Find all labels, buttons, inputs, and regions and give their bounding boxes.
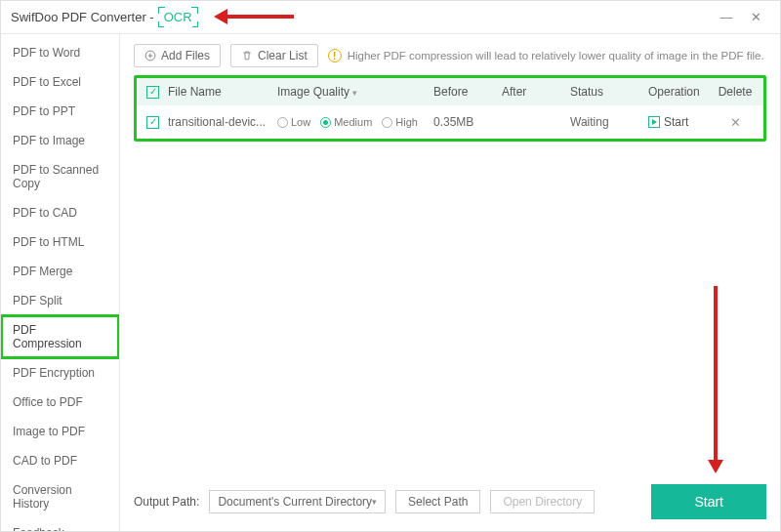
sidebar-item-pdf-split[interactable]: PDF Split	[1, 286, 119, 315]
table-row: ✓ transitional-devic... Low Medium High …	[137, 105, 763, 139]
notice-text: Higher PDF compression will lead to rela…	[348, 50, 764, 61]
footer: Output Path: Document's Current Director…	[134, 474, 766, 519]
sidebar-item-feedback[interactable]: Feedback	[1, 518, 119, 531]
trash-icon	[241, 50, 253, 61]
output-path-label: Output Path:	[134, 495, 199, 509]
row-start-button[interactable]: Start	[648, 115, 709, 129]
sidebar-item-pdf-merge[interactable]: PDF Merge	[1, 257, 119, 286]
sidebar: PDF to Word PDF to Excel PDF to PPT PDF …	[1, 34, 120, 531]
app-title: SwifDoo PDF Converter -	[11, 10, 154, 24]
main-panel: Add Files Clear List ! Higher PDF compre…	[120, 34, 780, 531]
header-delete[interactable]: Delete	[713, 85, 758, 99]
sidebar-item-pdf-to-ppt[interactable]: PDF to PPT	[1, 97, 119, 126]
sidebar-item-pdf-to-word[interactable]: PDF to Word	[1, 38, 119, 67]
start-button[interactable]: Start	[651, 484, 766, 519]
file-table: ✓ File Name Image Quality▾ Before After …	[134, 75, 766, 142]
row-before: 0.35MB	[430, 115, 498, 129]
ocr-tag[interactable]: OCR	[160, 9, 196, 25]
row-file-name: transitional-devic...	[164, 115, 273, 129]
sidebar-item-pdf-to-cad[interactable]: PDF to CAD	[1, 198, 119, 227]
sidebar-item-pdf-to-html[interactable]: PDF to HTML	[1, 227, 119, 257]
sidebar-item-pdf-to-image[interactable]: PDF to Image	[1, 126, 119, 155]
select-all-checkbox[interactable]: ✓	[146, 86, 159, 99]
minimize-button[interactable]: —	[712, 10, 741, 24]
clear-list-label: Clear List	[258, 49, 308, 62]
sort-caret-icon: ▾	[352, 88, 357, 98]
close-button[interactable]: ✕	[741, 10, 770, 24]
sidebar-item-cad-to-pdf[interactable]: CAD to PDF	[1, 446, 119, 475]
compression-notice: ! Higher PDF compression will lead to re…	[328, 49, 764, 62]
quality-medium-radio[interactable]: Medium	[320, 116, 372, 128]
sidebar-item-image-to-pdf[interactable]: Image to PDF	[1, 417, 119, 446]
header-file-name[interactable]: File Name	[164, 85, 273, 99]
warning-icon: !	[328, 49, 342, 62]
header-after[interactable]: After	[498, 85, 566, 99]
clear-list-button[interactable]: Clear List	[230, 44, 318, 67]
add-files-label: Add Files	[161, 49, 210, 62]
sidebar-item-pdf-encryption[interactable]: PDF Encryption	[1, 358, 119, 388]
open-directory-button[interactable]: Open Directory	[490, 490, 595, 513]
sidebar-item-conversion-history[interactable]: Conversion History	[1, 475, 119, 518]
quality-high-radio[interactable]: High	[382, 116, 418, 128]
titlebar: SwifDoo PDF Converter - OCR — ✕	[1, 1, 780, 34]
toolbar: Add Files Clear List ! Higher PDF compre…	[134, 44, 766, 67]
row-checkbox[interactable]: ✓	[146, 116, 159, 129]
header-image-quality[interactable]: Image Quality▾	[273, 85, 430, 99]
sidebar-item-pdf-to-excel[interactable]: PDF to Excel	[1, 67, 119, 97]
chevron-down-icon: ▾	[372, 497, 377, 507]
add-files-button[interactable]: Add Files	[134, 44, 221, 67]
ocr-tag-label: OCR	[164, 10, 192, 24]
select-path-button[interactable]: Select Path	[395, 490, 480, 513]
row-status: Waiting	[566, 115, 644, 129]
sidebar-item-pdf-to-scanned-copy[interactable]: PDF to Scanned Copy	[1, 155, 119, 198]
output-path-value: Document's Current Directory	[218, 495, 372, 509]
play-icon	[648, 116, 660, 128]
table-header-row: ✓ File Name Image Quality▾ Before After …	[137, 78, 763, 105]
output-path-dropdown[interactable]: Document's Current Directory ▾	[209, 490, 386, 513]
row-delete-button[interactable]: ✕	[730, 115, 741, 130]
sidebar-item-pdf-compression[interactable]: PDF Compression	[1, 315, 119, 358]
sidebar-item-office-to-pdf[interactable]: Office to PDF	[1, 388, 119, 417]
plus-circle-icon	[144, 50, 156, 61]
quality-low-radio[interactable]: Low	[277, 116, 310, 128]
header-before[interactable]: Before	[430, 85, 498, 99]
header-operation[interactable]: Operation	[644, 85, 713, 99]
header-status[interactable]: Status	[566, 85, 644, 99]
